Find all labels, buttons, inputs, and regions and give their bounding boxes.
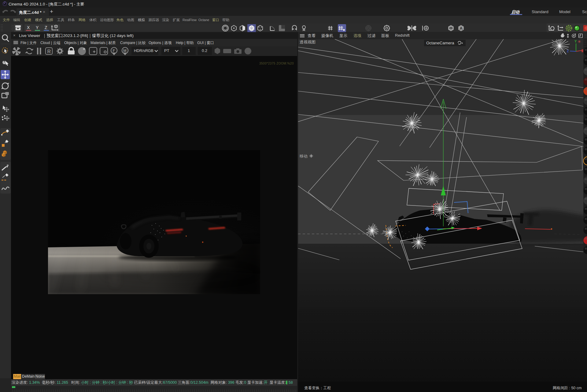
svg-text:网格间距 : 50 cm: 网格间距 : 50 cm bbox=[553, 386, 581, 390]
svg-text:R: R bbox=[47, 49, 51, 54]
svg-text:Y: Y bbox=[574, 39, 577, 43]
svg-text:移动: 移动 bbox=[299, 154, 308, 158]
svg-text:Z: Z bbox=[567, 49, 569, 53]
svg-text:查看变换：工程: 查看变换：工程 bbox=[304, 386, 331, 390]
svg-text:M: M bbox=[123, 48, 127, 53]
svg-text:A: A bbox=[460, 26, 463, 31]
svg-text:OctaneCamera: OctaneCamera bbox=[426, 41, 454, 45]
svg-text:透视视图: 透视视图 bbox=[300, 40, 316, 44]
svg-text:F: F bbox=[113, 48, 115, 53]
